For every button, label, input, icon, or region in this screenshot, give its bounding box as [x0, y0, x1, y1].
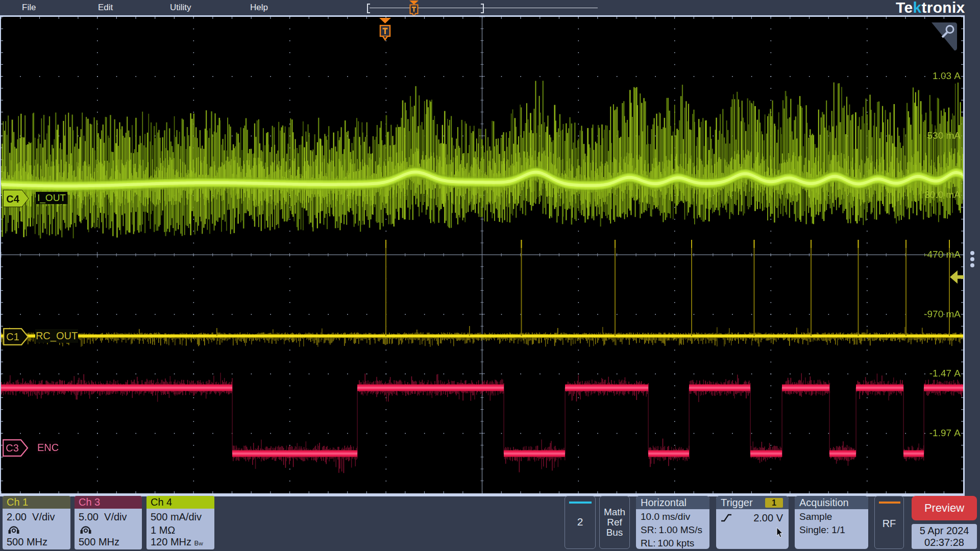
- svg-text:C1: C1: [6, 331, 19, 342]
- svg-text:C3: C3: [6, 442, 19, 454]
- svg-text:C4: C4: [6, 193, 19, 205]
